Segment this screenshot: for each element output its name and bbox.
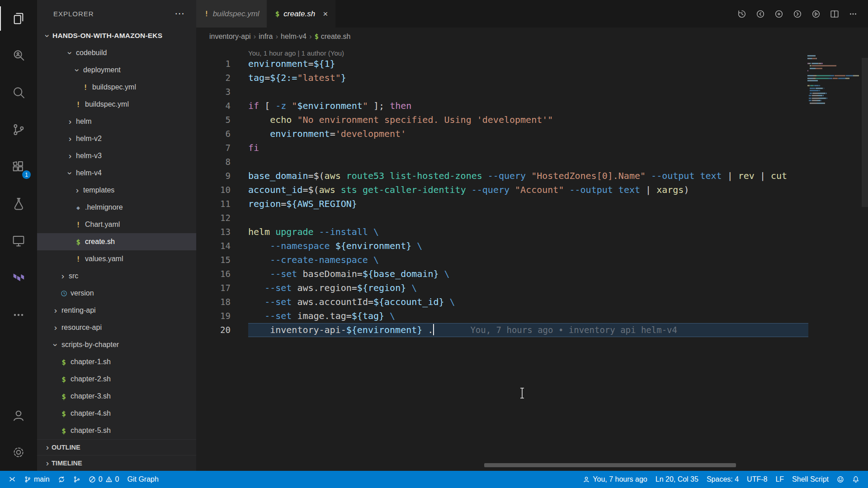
tree-item-codebuild[interactable]: ›codebuild <box>37 44 196 61</box>
status-feedback[interactable] <box>833 471 848 488</box>
status-sync-changes[interactable] <box>54 471 69 488</box>
status-gitlens-blame[interactable]: You, 7 hours ago <box>579 471 651 488</box>
status-remote-indicator[interactable] <box>5 471 20 488</box>
status-git-graph-button[interactable] <box>69 471 85 488</box>
breadcrumb-inventory-api[interactable]: inventory-api <box>209 33 251 41</box>
tree-item-chapter-1.sh[interactable]: $chapter-1.sh <box>37 353 196 371</box>
code-line-15[interactable]: 15 --create-namespace \ <box>196 253 808 267</box>
history-icon[interactable] <box>737 9 747 19</box>
vertical-scrollbar[interactable] <box>862 58 868 207</box>
activity-explorer[interactable] <box>0 0 37 37</box>
activity-source-control[interactable] <box>0 111 37 148</box>
split-editor-icon[interactable] <box>830 9 840 19</box>
tree-item-buildspec.yml[interactable]: !buildspec.yml <box>37 79 196 96</box>
minimap[interactable] <box>807 55 861 105</box>
line-number: 3 <box>196 85 231 99</box>
tree-item-chapter-2.sh[interactable]: $chapter-2.sh <box>37 371 196 388</box>
tree-item-scripts-by-chapter[interactable]: ›scripts-by-chapter <box>37 336 196 353</box>
breadcrumb-helm-v4[interactable]: helm-v4 <box>281 33 307 41</box>
line-content: --set image.tag=${tag} \ <box>231 309 808 323</box>
code-line-11[interactable]: 11region=${AWS_REGION} <box>196 197 808 211</box>
activity-gitlens-inspect[interactable] <box>0 37 37 74</box>
panel-outline[interactable]: ›OUTLINE <box>37 439 196 455</box>
code-line-12[interactable]: 12 <box>196 211 808 225</box>
activity-accounts[interactable] <box>0 397 37 434</box>
tree-item-helm[interactable]: ›helm <box>37 113 196 130</box>
code-line-7[interactable]: 7fi <box>196 141 808 155</box>
tree-item-helm-v3[interactable]: ›helm-v3 <box>37 147 196 164</box>
tree-item-create.sh[interactable]: $create.sh <box>37 233 196 250</box>
line-number: 5 <box>196 113 231 127</box>
code-line-3[interactable]: 3 <box>196 85 808 99</box>
code-line-13[interactable]: 13helm upgrade --install \ <box>196 225 808 239</box>
tree-item-templates[interactable]: ›templates <box>37 182 196 199</box>
code-line-2[interactable]: 2tag=${2:="latest"} <box>196 71 808 85</box>
code-line-5[interactable]: 5 echo "No environment specified. Using … <box>196 113 808 127</box>
status-cursor-position[interactable]: Ln 20, Col 35 <box>651 471 703 488</box>
activity-bar: 1 <box>0 0 37 471</box>
status-language-mode[interactable]: Shell Script <box>788 471 833 488</box>
tree-item-chapter-3.sh[interactable]: $chapter-3.sh <box>37 388 196 405</box>
tree-item-values.yaml[interactable]: !values.yaml <box>37 250 196 267</box>
code-line-19[interactable]: 19 --set image.tag=${tag} \ <box>196 309 808 323</box>
activity-search[interactable] <box>0 74 37 111</box>
breadcrumb-create.sh[interactable]: $create.sh <box>315 33 351 41</box>
status-encoding[interactable]: UTF-8 <box>743 471 771 488</box>
activity-more-views[interactable] <box>0 296 37 333</box>
tree-item-src[interactable]: ›src <box>37 267 196 285</box>
code-line-8[interactable]: 8 <box>196 155 808 169</box>
code-line-20[interactable]: 20 inventory-api-${environment} .You, 7 … <box>196 323 808 337</box>
prev-change-icon[interactable] <box>755 9 765 19</box>
code-line-9[interactable]: 9base_domain=$(aws route53 list-hosted-z… <box>196 169 808 183</box>
activity-extensions[interactable]: 1 <box>0 148 37 185</box>
tree-item-label: helm-v4 <box>76 169 102 177</box>
close-icon[interactable]: × <box>323 9 328 19</box>
status-git-branch[interactable]: main <box>20 471 54 488</box>
explorer-more-actions-icon[interactable]: ⋯ <box>175 8 184 19</box>
tree-item-chapter-4.sh[interactable]: $chapter-4.sh <box>37 405 196 422</box>
tree-item-chapter-5.sh[interactable]: $chapter-5.sh <box>37 422 196 439</box>
code-line-17[interactable]: 17 --set aws.region=${region} \ <box>196 281 808 295</box>
tree-item-.helmignore[interactable]: ◆.helmignore <box>37 199 196 216</box>
tree-item-deployment[interactable]: ›deployment <box>37 61 196 79</box>
bell-icon <box>852 476 859 483</box>
more-actions-icon[interactable] <box>848 9 858 19</box>
activity-settings[interactable] <box>0 434 37 471</box>
remote-icon <box>9 476 16 483</box>
horizontal-scrollbar[interactable] <box>484 463 736 467</box>
compare-icon[interactable] <box>774 9 784 19</box>
breadcrumb-infra[interactable]: infra <box>259 33 273 41</box>
next-change-icon[interactable] <box>793 9 802 19</box>
tree-item-helm-v4[interactable]: ›helm-v4 <box>37 164 196 182</box>
activity-terraform[interactable] <box>0 259 37 296</box>
run-icon[interactable] <box>811 9 821 19</box>
tab-create.sh[interactable]: $create.sh× <box>267 0 336 28</box>
panel-timeline[interactable]: ›TIMELINE <box>37 455 196 471</box>
status-problems[interactable]: 00 <box>85 471 123 488</box>
status-git-graph-label[interactable]: Git Graph <box>123 471 163 488</box>
code-lines[interactable]: 1environment=${1}2tag=${2:="latest"}34if… <box>196 57 808 337</box>
tab-buildspec.yml[interactable]: !buildspec.yml <box>196 0 267 28</box>
tree-item-renting-api[interactable]: ›renting-api <box>37 302 196 319</box>
code-line-6[interactable]: 6 environment='development' <box>196 127 808 141</box>
status-eol[interactable]: LF <box>771 471 788 488</box>
status-indentation[interactable]: Spaces: 4 <box>703 471 743 488</box>
codelens[interactable]: You, 1 hour ago | 1 author (You) <box>196 45 868 57</box>
line-number: 6 <box>196 127 231 141</box>
tree-item-helm-v2[interactable]: ›helm-v2 <box>37 130 196 147</box>
code-line-16[interactable]: 16 --set baseDomain=${base_domain} \ <box>196 267 808 281</box>
activity-remote-explorer[interactable] <box>0 222 37 259</box>
tree-item-buildspec.yml[interactable]: !buildspec.yml <box>37 96 196 113</box>
tree-item-version[interactable]: version <box>37 285 196 302</box>
code-line-4[interactable]: 4if [ -z "$environment" ]; then <box>196 99 808 113</box>
code-editor[interactable]: You, 1 hour ago | 1 author (You) 1enviro… <box>196 45 868 471</box>
project-root-row[interactable]: › HANDS-ON-WITH-AMAZON-EKS <box>37 27 196 44</box>
code-line-1[interactable]: 1environment=${1} <box>196 57 808 71</box>
code-line-14[interactable]: 14 --namespace ${environment} \ <box>196 239 808 253</box>
code-line-18[interactable]: 18 --set aws.accountId=${account_id} \ <box>196 295 808 309</box>
code-line-10[interactable]: 10account_id=$(aws sts get-caller-identi… <box>196 183 808 197</box>
tree-item-resource-api[interactable]: ›resource-api <box>37 319 196 336</box>
status-notifications[interactable] <box>848 471 863 488</box>
activity-testing[interactable] <box>0 185 37 222</box>
tree-item-Chart.yaml[interactable]: !Chart.yaml <box>37 216 196 233</box>
